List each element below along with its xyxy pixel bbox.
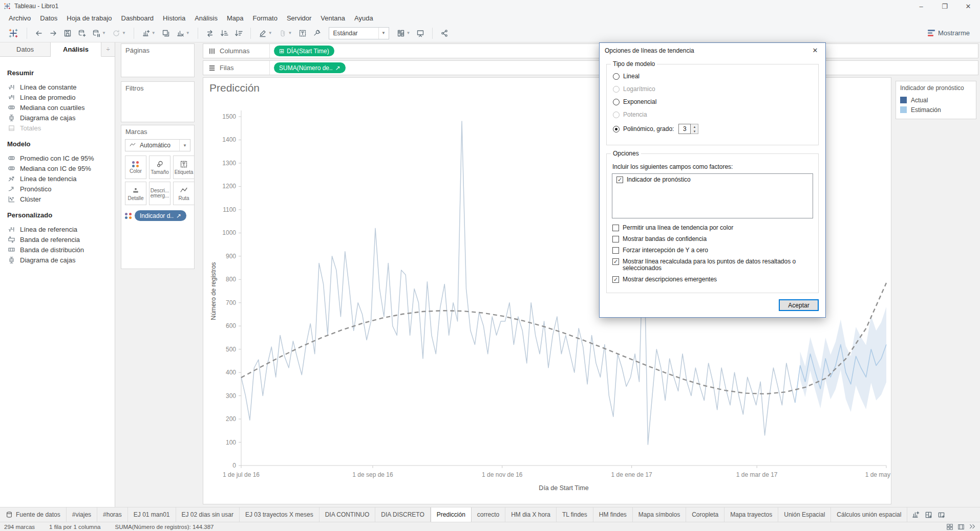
- analytics-item-l-nea-de-referencia[interactable]: Línea de referencia: [7, 224, 115, 234]
- analytics-item-mediana-con-ic-de-95-[interactable]: Mediana con IC de 95%: [7, 163, 115, 173]
- marks-button-ruta[interactable]: Ruta: [173, 182, 195, 205]
- rows-shelf[interactable]: Filas SUMA(Número de.. ↗: [203, 60, 978, 75]
- menu-ayuda[interactable]: Ayuda: [350, 13, 378, 23]
- analytics-item-l-nea-de-promedio[interactable]: Línea de promedio: [7, 92, 115, 102]
- menu-archivo[interactable]: Archivo: [4, 13, 35, 23]
- analytics-item-promedio-con-ic-de-95-[interactable]: Promedio con IC de 95%: [7, 153, 115, 163]
- menu-dashboard[interactable]: Dashboard: [117, 13, 159, 23]
- sheet-tab-#viajes[interactable]: #viajes: [67, 507, 97, 522]
- new-story-tab-button[interactable]: [938, 511, 945, 519]
- sheet-tab-mapa-s-mbolos[interactable]: Mapa símbolos: [633, 507, 686, 522]
- option-mostrar-bandas-de-confidencia[interactable]: Mostrar bandas de confidencia: [612, 236, 813, 242]
- menu-ventana[interactable]: Ventana: [316, 13, 350, 23]
- sheet-tab-mapa-trayectos[interactable]: Mapa trayectos: [725, 507, 778, 522]
- pause-updates-button[interactable]: ▼: [90, 27, 109, 39]
- marks-button-color[interactable]: Color: [125, 156, 146, 179]
- menu-hoja-de-trabajo[interactable]: Hoja de trabajo: [62, 13, 116, 23]
- show-tabs-icon[interactable]: [969, 523, 976, 530]
- sheet-tab-uni-n-espacial[interactable]: Unión Espacial: [778, 507, 831, 522]
- highlight-button[interactable]: ▼: [256, 27, 275, 39]
- sheet-tab-coropleta[interactable]: Coropleta: [686, 507, 725, 522]
- legend-item-estimaci-n[interactable]: Estimación: [900, 105, 972, 115]
- radio-polin-mico-grado-[interactable]: Polinómico, grado:3▲▼: [613, 124, 813, 134]
- radio-button[interactable]: [613, 99, 620, 105]
- new-datasource-button[interactable]: [75, 27, 89, 39]
- sheet-tab-hm-dia-x-hora[interactable]: HM dia X hora: [505, 507, 557, 522]
- legend-item-actual[interactable]: Actual: [900, 95, 972, 105]
- radio-exponencial[interactable]: Exponencial: [613, 98, 813, 105]
- fit-selector[interactable]: Estándar▼: [329, 27, 389, 39]
- sheet-tab-correcto[interactable]: correcto: [472, 507, 505, 522]
- swap-rows-columns-button[interactable]: [203, 27, 217, 39]
- showme-button[interactable]: Mostrarme: [923, 27, 975, 39]
- factor-indicador-de-pron-stico[interactable]: ✓Indicador de pronóstico: [616, 176, 809, 183]
- rows-pill-suma-registros[interactable]: SUMA(Número de.. ↗: [274, 62, 346, 73]
- pages-shelf[interactable]: Páginas: [121, 43, 195, 77]
- menu-servidor[interactable]: Servidor: [282, 13, 316, 23]
- analytics-item-l-nea-de-constante[interactable]: Línea de constante: [7, 82, 115, 92]
- analytics-item-diagrama-de-cajas[interactable]: Diagrama de cajas: [7, 113, 115, 123]
- close-button[interactable]: ✕: [956, 0, 980, 12]
- tab-analisis[interactable]: Análisis: [51, 42, 101, 57]
- checkbox[interactable]: ✓: [612, 258, 619, 265]
- indicator-pill[interactable]: Indicador d.. ↗: [135, 210, 186, 221]
- checkbox[interactable]: [612, 247, 619, 254]
- dialog-close-button[interactable]: ✕: [805, 43, 825, 58]
- menu-mapa[interactable]: Mapa: [222, 13, 248, 23]
- sheet-tab-dia-discreto[interactable]: DIA DISCRETO: [375, 507, 430, 522]
- analytics-item-cl-ster[interactable]: Clúster: [7, 194, 115, 204]
- analytics-item-diagrama-de-cajas[interactable]: Diagrama de cajas: [7, 255, 115, 265]
- new-worksheet-tab-button[interactable]: [911, 511, 920, 519]
- option-mostrar-descripciones-emergentes[interactable]: ✓Mostrar descripciones emergentes: [612, 276, 813, 283]
- menu-historia[interactable]: Historia: [158, 13, 190, 23]
- checkbox[interactable]: ✓: [616, 176, 623, 183]
- sheet-tab-hm-findes[interactable]: HM findes: [593, 507, 633, 522]
- checkbox[interactable]: ✓: [612, 276, 619, 283]
- menu-formato[interactable]: Formato: [248, 13, 282, 23]
- sheet-tab-tl-findes[interactable]: TL findes: [557, 507, 593, 522]
- filters-shelf[interactable]: Filtros: [121, 81, 195, 122]
- columns-shelf[interactable]: Columnas ⊞ DÍA(Start Time): [203, 43, 978, 58]
- degree-spinner[interactable]: 3▲▼: [678, 124, 698, 134]
- clear-sheet-button[interactable]: ▼: [174, 27, 193, 39]
- show-hide-cards-button[interactable]: ▼: [394, 27, 413, 39]
- analytics-item-l-nea-de-tendencia[interactable]: Línea de tendencia: [7, 173, 115, 184]
- sheet-tab-ej-03-trayectos-x-meses[interactable]: EJ 03 trayectos X meses: [240, 507, 319, 522]
- save-button[interactable]: [61, 27, 74, 39]
- duplicate-sheet-button[interactable]: [159, 27, 173, 39]
- option-mostrar-l-nea-recalculada-para-los-punto[interactable]: ✓Mostrar línea recalculada para los punt…: [612, 258, 813, 272]
- spinner-down-icon[interactable]: ▼: [691, 129, 698, 134]
- sort-ascending-button[interactable]: [218, 27, 231, 39]
- filmstrip-icon[interactable]: [957, 523, 965, 530]
- tab-datos[interactable]: Datos: [0, 42, 51, 56]
- minimize-button[interactable]: –: [909, 0, 933, 12]
- analytics-item-banda-de-referencia[interactable]: Banda de referencia: [7, 234, 115, 245]
- show-mark-labels-button[interactable]: [296, 27, 309, 39]
- presentation-mode-button[interactable]: [414, 27, 427, 39]
- sheet-tab-ej-02-dias-sin-usar[interactable]: EJ 02 dias sin usar: [176, 507, 240, 522]
- sheet-tab-predicci-n[interactable]: Predicción: [431, 507, 472, 522]
- spinner-up-icon[interactable]: ▲: [691, 124, 698, 129]
- accept-button[interactable]: Aceptar: [779, 299, 819, 311]
- menu-datos[interactable]: Datos: [35, 13, 62, 23]
- mark-type-dropdown[interactable]: Automático ▼: [125, 139, 190, 151]
- radio-button[interactable]: [613, 126, 620, 132]
- analytics-item-mediana-con-cuartiles[interactable]: Mediana con cuartiles: [7, 102, 115, 113]
- marks-button-tama-o[interactable]: Tamaño: [149, 156, 171, 179]
- new-dashboard-tab-button[interactable]: [925, 511, 932, 519]
- redo-button[interactable]: [47, 27, 60, 39]
- sheet-tab-#horas[interactable]: #horas: [97, 507, 128, 522]
- columns-pill-dia-start-time[interactable]: ⊞ DÍA(Start Time): [274, 46, 334, 56]
- sheet-tab-ej-01-man01[interactable]: EJ 01 man01: [128, 507, 176, 522]
- sheet-tab-c-lculos-uni-n-espacial[interactable]: Cálculos unión espacial: [831, 507, 907, 522]
- marks-button-descri-emerg-[interactable]: Descri... emerg...: [149, 182, 171, 205]
- sheet-sorter-icon[interactable]: [946, 523, 953, 530]
- radio-button[interactable]: [613, 73, 620, 80]
- degree-spinner-value[interactable]: 3: [678, 124, 691, 134]
- marks-button-detalle[interactable]: Detalle: [125, 182, 146, 205]
- option-forzar-intercepci-n-de-y-a-cero[interactable]: Forzar intercepción de Y a cero: [612, 247, 813, 254]
- restore-button[interactable]: ❐: [933, 0, 956, 12]
- radio-lineal[interactable]: Lineal: [613, 73, 813, 80]
- undo-button[interactable]: [32, 27, 46, 39]
- analytics-item-pron-stico[interactable]: Pronóstico: [7, 184, 115, 194]
